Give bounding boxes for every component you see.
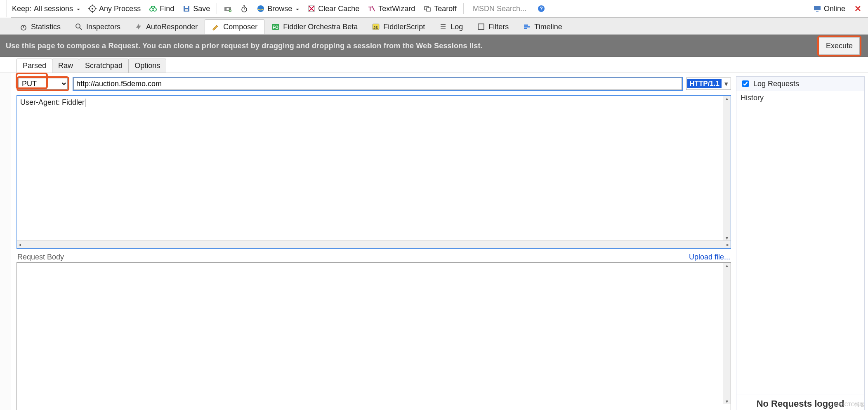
composer-subtabs: Parsed Raw Scratchpad Options (0, 57, 868, 73)
top-toolbar: Keep: All sessions Any Process Find Save… (0, 0, 868, 18)
http-version-value: HTTP/1.1 (687, 79, 722, 88)
tab-fiddlerscript[interactable]: JS FiddlerScript (365, 19, 432, 34)
fo-badge-icon: FO (271, 23, 280, 31)
tab-autoresponder[interactable]: AutoResponder (127, 19, 205, 34)
tab-label: Statistics (31, 23, 61, 31)
chevron-down-icon: ▾ (722, 80, 731, 88)
http-version-select[interactable]: HTTP/1.1 ▾ (686, 78, 731, 90)
timeline-icon (523, 23, 531, 31)
online-label: Online (824, 5, 845, 13)
text-wizard-icon: T (368, 5, 376, 13)
log-requests-checkbox[interactable] (742, 80, 749, 87)
svg-rect-5 (185, 6, 188, 8)
tab-log[interactable]: Log (432, 19, 470, 34)
chevron-down-icon (295, 5, 299, 13)
subtab-raw[interactable]: Raw (52, 59, 79, 73)
close-icon[interactable]: ✕ (850, 4, 866, 14)
tab-timeline[interactable]: Timeline (516, 19, 569, 34)
upload-file-link[interactable]: Upload file... (689, 253, 730, 262)
svg-rect-18 (814, 6, 821, 10)
svg-point-8 (226, 8, 229, 10)
clear-cache-button[interactable]: Clear Cache (304, 3, 363, 15)
tab-label: Fiddler Orchestra Beta (283, 23, 358, 31)
vertical-scrollbar[interactable]: ▴▾ (723, 263, 731, 404)
history-list-empty (736, 105, 864, 394)
tab-label: Timeline (534, 23, 562, 31)
history-header[interactable]: History (736, 91, 864, 105)
js-badge-icon: JS (372, 23, 380, 31)
msdn-search[interactable]: MSDN Search... (467, 5, 532, 13)
find-button[interactable]: Find (146, 3, 177, 15)
execute-button[interactable]: Execute (819, 37, 860, 55)
lightning-icon (134, 23, 143, 31)
tab-label: Log (451, 23, 463, 31)
tab-inspectors[interactable]: Inspectors (68, 19, 127, 34)
subtab-parsed[interactable]: Parsed (17, 59, 52, 73)
vertical-scrollbar[interactable]: ▴▾ (723, 96, 731, 241)
binoculars-icon (149, 5, 157, 13)
tab-statistics[interactable]: Statistics (12, 19, 68, 34)
toolbar-edge (0, 0, 7, 17)
clear-cache-label: Clear Cache (318, 5, 359, 13)
tearoff-icon (423, 5, 432, 13)
instruction-text: Use this page to compose a Request. You … (6, 42, 817, 50)
request-body-textarea[interactable]: ▴▾ (17, 262, 731, 410)
left-gutter (0, 17, 11, 410)
svg-point-2 (150, 8, 153, 11)
tearoff-button[interactable]: Tearoff (420, 3, 460, 15)
horizontal-scrollbar[interactable]: ◂▸ (17, 240, 731, 248)
svg-point-21 (76, 24, 80, 28)
stopwatch-icon (19, 23, 28, 31)
tab-filters[interactable]: Filters (470, 19, 516, 34)
list-icon (439, 23, 447, 31)
url-input[interactable] (73, 78, 682, 90)
tab-label: Filters (488, 23, 509, 31)
log-requests-label: Log Requests (753, 80, 799, 88)
svg-text:FO: FO (273, 25, 278, 30)
composer-workarea: PUT HTTP/1.1 ▾ User-Agent: Fiddler ▴▾ ◂▸… (0, 73, 868, 410)
any-process-button[interactable]: Any Process (85, 3, 144, 15)
subtab-scratchpad[interactable]: Scratchpad (79, 59, 129, 73)
save-button[interactable]: Save (179, 3, 213, 15)
keep-prefix: Keep: (12, 5, 31, 13)
pencil-icon (212, 23, 220, 31)
svg-text:?: ? (540, 6, 543, 12)
svg-rect-6 (185, 9, 188, 11)
subtab-options[interactable]: Options (128, 59, 166, 73)
svg-point-3 (153, 8, 156, 11)
tab-label: Inspectors (86, 23, 120, 31)
camera-icon (224, 5, 232, 13)
composer-left-panel: PUT HTTP/1.1 ▾ User-Agent: Fiddler ▴▾ ◂▸… (17, 76, 731, 410)
text-wizard-button[interactable]: T TextWizard (364, 3, 418, 15)
request-headers-textarea[interactable]: User-Agent: Fiddler ▴▾ ◂▸ (17, 95, 731, 249)
target-icon (88, 5, 97, 13)
screenshot-button[interactable] (220, 3, 235, 14)
composer-side-panel: Log Requests History No Requests logged (736, 76, 865, 410)
help-button[interactable]: ? (534, 3, 549, 14)
highlight-method: PUT (17, 76, 69, 91)
monitor-icon (813, 5, 821, 13)
watermark: @51CTO博客 (834, 401, 865, 408)
checkbox-icon (477, 23, 485, 31)
toolbar-separator (463, 3, 464, 14)
keep-sessions-dropdown[interactable]: Keep: All sessions (9, 3, 83, 15)
request-body-label: Request Body (17, 253, 64, 262)
keep-value: All sessions (34, 5, 73, 13)
browse-button[interactable]: Browse (253, 3, 302, 15)
find-label: Find (160, 5, 174, 13)
tab-label: FiddlerScript (383, 23, 425, 31)
svg-text:JS: JS (373, 26, 378, 30)
tab-composer[interactable]: Composer (205, 19, 264, 34)
http-method-select[interactable]: PUT (18, 78, 68, 90)
svg-text:T: T (368, 5, 372, 12)
text-wizard-label: TextWizard (378, 5, 415, 13)
tab-orchestra[interactable]: FO Fiddler Orchestra Beta (264, 19, 365, 34)
magnifier-icon (75, 23, 83, 31)
instruction-banner: Use this page to compose a Request. You … (0, 35, 868, 57)
svg-rect-15 (427, 8, 430, 11)
log-requests-row[interactable]: Log Requests (736, 77, 864, 91)
highlight-execute: Execute (817, 35, 861, 57)
timer-button[interactable] (237, 3, 252, 14)
online-indicator[interactable]: Online (810, 3, 849, 15)
headers-text: User-Agent: Fiddler (20, 98, 85, 106)
